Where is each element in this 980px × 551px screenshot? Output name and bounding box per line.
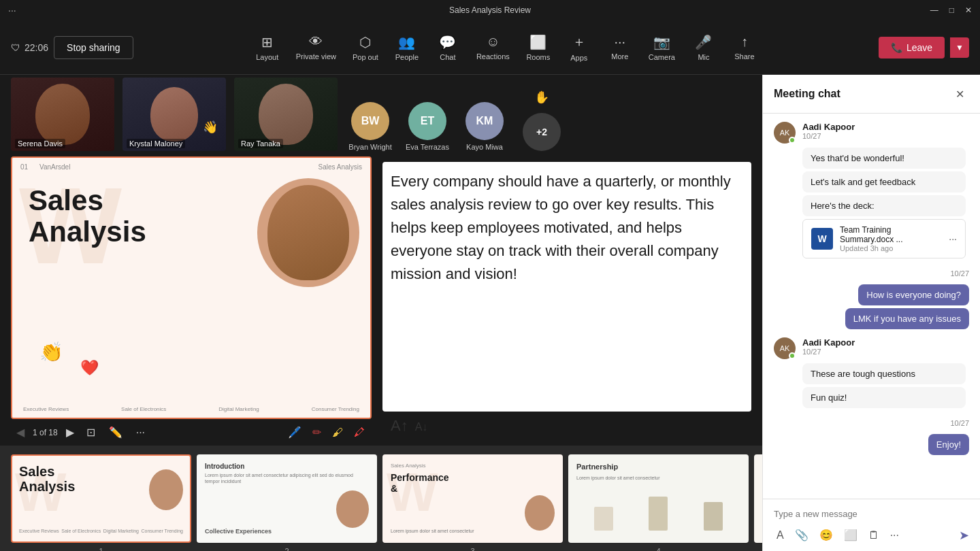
send-button[interactable]: ➤	[959, 528, 969, 543]
sticker-button[interactable]: 🗒	[866, 527, 882, 544]
chat-date-row-2: 10/27	[774, 267, 969, 280]
close-button[interactable]: ✕	[965, 5, 972, 15]
chat-close-button[interactable]: ✕	[950, 84, 969, 103]
gif-button[interactable]: ⬜	[841, 526, 860, 544]
slide-controls: ◀ 1 of 18 ▶ ⊡ ✏️ ··· 🖊️ ✏ 🖌 🖍	[11, 419, 372, 446]
more-icon: ···	[614, 34, 625, 50]
aadi-status-1	[789, 137, 796, 144]
slide-footer-item-3: Digital Marketing	[218, 406, 259, 412]
chat-message-4: 10/27 Enjoy!	[774, 416, 969, 455]
chat-bubble-3b: Fun quiz!	[802, 387, 966, 408]
participant-name-ray: Ray Tanaka	[238, 139, 283, 148]
toolbar-mic[interactable]: 🎤 Mic	[685, 30, 723, 65]
layout-label: Layout	[256, 53, 278, 61]
leave-button[interactable]: 📞 Leave	[879, 37, 945, 59]
participant-name-kayo: Kayo Miwa	[466, 143, 503, 151]
toolbar-more[interactable]: ··· More	[601, 30, 639, 65]
annotate-button[interactable]: ✏️	[105, 423, 127, 441]
thumb-2-subtitle: Collective Experiences	[205, 528, 272, 535]
camera-icon: 📷	[653, 34, 670, 50]
chat-message-1: AK Aadi Kapoor 10/27 Yes that'd be wonde…	[774, 122, 969, 258]
fit-view-button[interactable]: ⊡	[82, 423, 99, 441]
participant-video-krystal[interactable]: 👋 Krystal Maloney	[122, 78, 226, 151]
chat-attachment[interactable]: W Team Training Summary.docx ... Updated…	[802, 219, 966, 258]
attach-file-button[interactable]: 📎	[792, 526, 811, 544]
toolbar-reactions[interactable]: ☺ Reactions	[470, 30, 517, 65]
thumb-2-title: Introduction	[205, 463, 244, 470]
toolbar-people[interactable]: 👥 People	[388, 30, 426, 65]
participant-avatar-eva[interactable]: ET Eva Terrazas	[403, 90, 452, 151]
toolbar-layout[interactable]: ⊞ Layout	[248, 30, 287, 65]
attachment-word-icon: W	[811, 228, 833, 250]
thumb-4-chart	[576, 497, 740, 531]
mic-icon: 🎤	[695, 34, 712, 50]
window-title: Sales Analysis Review	[449, 5, 531, 15]
text-content: Every company should have a quarterly, o…	[382, 156, 751, 446]
slide-prev-button[interactable]: ◀	[14, 423, 27, 441]
rooms-icon: ⬜	[529, 34, 546, 50]
thumb-1-avatar	[149, 469, 183, 510]
increase-font-button[interactable]: A↑	[391, 417, 408, 435]
window-menu-icon[interactable]: ···	[8, 5, 16, 16]
thumbnail-3-inner[interactable]: W Sales Analysis Performance& Lorem ipsu…	[382, 454, 563, 543]
reactions-label: Reactions	[476, 52, 510, 61]
toolbar-chat[interactable]: 💬 Chat	[429, 30, 467, 65]
attachment-more-icon[interactable]: ···	[949, 233, 957, 244]
toolbar-right: 📞 Leave ▼	[879, 37, 969, 59]
minimize-button[interactable]: —	[930, 5, 938, 15]
slide-page-info: 1 of 18	[33, 428, 58, 437]
slide-next-button[interactable]: ▶	[63, 423, 77, 441]
chat-input-area: A 📎 😊 ⬜ 🗒 ··· ➤	[763, 499, 980, 551]
pen-tool[interactable]: 🖊️	[284, 423, 306, 441]
chat-bubble-4a: Enjoy!	[928, 434, 969, 455]
slide-more-button[interactable]: ···	[132, 424, 149, 441]
thumb-3-num: 3	[470, 547, 474, 552]
stop-sharing-button[interactable]: Stop sharing	[54, 36, 133, 59]
apps-icon: ＋	[572, 33, 586, 51]
toolbar-apps[interactable]: ＋ Apps	[560, 29, 598, 66]
thumbnail-5-inner[interactable]: Fabrikam -VanArsdel Fabrikam - VanArsdel	[754, 454, 762, 543]
participant-avatar-bryan[interactable]: BW Bryan Wright	[346, 90, 395, 151]
chat-bubble-row-2: How is everyone doing? LMK if you have a…	[774, 284, 969, 329]
toolbar-camera[interactable]: 📷 Camera	[642, 30, 682, 65]
toolbar-private-view[interactable]: 👁 Private view	[289, 30, 343, 65]
thumbnail-2-inner[interactable]: Introduction Lorem ipsum dolor sit amet …	[197, 454, 377, 543]
format-text-button[interactable]: A	[774, 527, 787, 544]
leave-dropdown-button[interactable]: ▼	[950, 37, 969, 58]
layout-icon: ⊞	[261, 34, 273, 50]
participant-video-serena[interactable]: Serena Davis	[11, 78, 114, 151]
participant-video-ray[interactable]: Ray Tanaka	[234, 78, 338, 151]
people-label: People	[395, 53, 419, 61]
chat-bubble-row-1: Yes that'd be wonderful! Let's talk and …	[802, 148, 969, 258]
emoji-button[interactable]: 😊	[817, 526, 836, 544]
thumbnail-4-inner[interactable]: Partnership Lorem ipsum dolor sit amet c…	[568, 454, 749, 543]
aadi-avatar-1: AK	[774, 122, 796, 144]
thumbnail-5: Fabrikam -VanArsdel Fabrikam - VanArsdel…	[754, 454, 762, 543]
highlighter-tool[interactable]: 🖌	[328, 423, 347, 441]
chat-sender-name-1: Aadi Kapoor	[802, 122, 855, 132]
decrease-font-button[interactable]: A↓	[415, 421, 428, 433]
toolbar-pop-out[interactable]: ⬡ Pop out	[346, 30, 385, 65]
chat-input[interactable]	[774, 506, 969, 522]
thumbnail-1-inner[interactable]: W SalesAnalysis Executive ReviewsSale of…	[11, 454, 191, 543]
maximize-button[interactable]: □	[949, 5, 954, 15]
chat-sender-info-3: Aadi Kapoor 10/27	[802, 337, 855, 356]
slide-container: 01 VanArsdel Sales Analysis W Sales Anal…	[11, 156, 372, 446]
participant-avatar-kayo[interactable]: KM Kayo Miwa	[460, 90, 509, 151]
eva-avatar-circle: ET	[408, 102, 446, 140]
thumb-3-avatar	[525, 495, 555, 531]
chat-bubble-2a: How is everyone doing?	[858, 284, 969, 305]
eraser-tool[interactable]: ✏	[308, 423, 325, 441]
title-bar: ··· Sales Analysis Review — □ ✕	[0, 0, 980, 20]
chat-icon: 💬	[439, 34, 456, 50]
chat-date-4: 10/27	[950, 419, 969, 427]
phone-icon: 📞	[891, 42, 902, 53]
shield-icon: 🛡	[11, 42, 20, 53]
marker-tool[interactable]: 🖍	[350, 423, 369, 441]
participant-avatar-plus[interactable]: ✋ +2	[517, 90, 566, 151]
chat-bubble-1b: Let's talk and get feedback	[802, 171, 966, 193]
toolbar-rooms[interactable]: ⬜ Rooms	[519, 30, 557, 65]
chat-sender-info-1: Aadi Kapoor 10/27	[802, 122, 855, 140]
toolbar-share[interactable]: ↑ Share	[725, 30, 764, 65]
more-options-button[interactable]: ···	[887, 527, 902, 544]
